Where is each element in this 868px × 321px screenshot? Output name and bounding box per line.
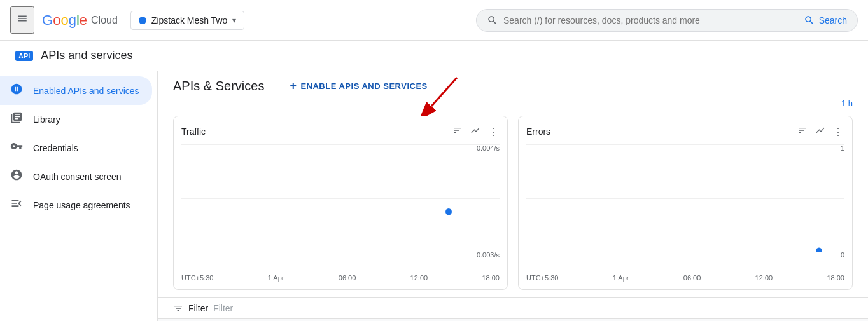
errors-y-bottom: 0 — [841, 251, 844, 259]
sub-header: API APIs and services — [0, 41, 868, 71]
search-btn-icon — [804, 15, 815, 26]
errors-x-label-2: 06:00 — [683, 274, 701, 282]
traffic-y-bottom: 0.003/s — [477, 251, 500, 259]
traffic-more-button[interactable]: ⋮ — [487, 125, 500, 139]
traffic-chart-svg — [181, 144, 500, 252]
sidebar-label-credentials: Credentials — [33, 143, 78, 153]
top-nav: Google Cloud Zipstack Mesh Two ▾ Search — [0, 0, 868, 41]
charts-row: Traffic ⋮ 0.004/s — [158, 108, 868, 297]
page-title-row: APIs & Services + ENABLE APIS AND SERVIC… — [158, 71, 868, 93]
sidebar: Enabled APIs and services Library Creden… — [0, 71, 158, 321]
traffic-y-top: 0.004/s — [477, 144, 500, 152]
project-selector[interactable]: Zipstack Mesh Two ▾ — [130, 11, 245, 30]
errors-x-label-4: 18:00 — [827, 274, 844, 282]
traffic-x-label-2: 06:00 — [339, 274, 356, 282]
enable-apis-label: ENABLE APIS AND SERVICES — [300, 81, 427, 91]
traffic-legend-button[interactable] — [451, 124, 464, 139]
errors-y-top: 1 — [841, 144, 844, 152]
page-usage-icon — [10, 197, 23, 213]
svg-point-5 — [445, 208, 452, 215]
cloud-label: Cloud — [91, 15, 118, 26]
traffic-graph-button[interactable] — [469, 124, 482, 139]
api-badge: API — [15, 51, 33, 61]
enabled-apis-icon — [10, 83, 23, 99]
main-layout: Enabled APIs and services Library Creden… — [0, 71, 868, 321]
errors-chart-header: Errors ⋮ — [526, 124, 844, 139]
sidebar-label-library: Library — [33, 114, 60, 125]
library-icon — [10, 111, 23, 127]
errors-chart-title: Errors — [526, 126, 550, 137]
errors-more-button[interactable]: ⋮ — [832, 125, 844, 139]
errors-x-label-0: UTC+5:30 — [526, 274, 558, 282]
page-title: APIs & Services — [173, 79, 264, 93]
filter-row: Filter Filter — [158, 297, 868, 318]
table-header: Name Requests Errors (%) Latency median … — [158, 318, 868, 321]
sidebar-item-oauth[interactable]: OAuth consent screen — [0, 162, 157, 191]
traffic-chart-header: Traffic ⋮ — [181, 124, 500, 139]
search-input[interactable] — [503, 15, 799, 25]
plus-icon: + — [290, 79, 297, 93]
traffic-chart-actions: ⋮ — [451, 124, 500, 139]
sidebar-title: APIs and services — [41, 49, 132, 62]
sidebar-label-enabled: Enabled APIs and services — [33, 86, 139, 96]
time-selector-row: 1 h — [158, 93, 868, 108]
credentials-icon — [10, 140, 23, 156]
sidebar-item-library[interactable]: Library — [0, 105, 157, 133]
page-header-area: APIs & Services + ENABLE APIS AND SERVIC… — [158, 71, 868, 93]
content-wrapper: APIs & Services + ENABLE APIS AND SERVIC… — [158, 71, 868, 321]
sidebar-label-oauth: OAuth consent screen — [33, 172, 122, 182]
search-bar[interactable]: Search — [476, 9, 858, 32]
chevron-down-icon: ▾ — [232, 16, 236, 25]
search-icon — [487, 15, 498, 26]
filter-icon — [173, 303, 183, 313]
filter-placeholder: Filter — [213, 303, 233, 313]
errors-chart-card: Errors ⋮ 1 — [518, 116, 853, 290]
sidebar-item-enabled-apis[interactable]: Enabled APIs and services — [0, 76, 152, 105]
enable-apis-button[interactable]: + ENABLE APIS AND SERVICES — [290, 79, 427, 93]
sidebar-label-page-usage: Page usage agreements — [33, 200, 130, 210]
traffic-chart-title: Traffic — [181, 126, 206, 137]
filter-label: Filter — [188, 303, 208, 313]
traffic-x-label-3: 12:00 — [410, 274, 428, 282]
errors-legend-button[interactable] — [796, 124, 809, 139]
errors-chart-svg — [526, 144, 844, 252]
errors-x-label-1: 1 Apr — [613, 274, 629, 282]
traffic-chart-body: 0.004/s 0.003/s — [181, 144, 500, 271]
errors-graph-button[interactable] — [814, 124, 827, 139]
svg-point-9 — [816, 248, 822, 252]
oauth-icon — [10, 168, 23, 184]
errors-chart-actions: ⋮ — [796, 124, 844, 139]
project-dot-icon — [139, 17, 146, 24]
hamburger-menu[interactable] — [10, 6, 34, 34]
traffic-chart-card: Traffic ⋮ 0.004/s — [173, 116, 508, 290]
sidebar-item-page-usage[interactable]: Page usage agreements — [0, 191, 157, 219]
time-selector-button[interactable]: 1 h — [841, 99, 853, 108]
traffic-x-axis: UTC+5:30 1 Apr 06:00 12:00 18:00 — [181, 274, 500, 282]
sidebar-item-credentials[interactable]: Credentials — [0, 133, 157, 162]
errors-chart-body: 1 0 — [526, 144, 844, 271]
errors-x-label-3: 12:00 — [755, 274, 773, 282]
google-cloud-logo[interactable]: Google Cloud — [42, 12, 118, 29]
search-button[interactable]: Search — [804, 15, 847, 26]
search-button-label: Search — [819, 15, 847, 25]
traffic-x-label-0: UTC+5:30 — [181, 274, 213, 282]
traffic-x-label-4: 18:00 — [482, 274, 500, 282]
errors-x-axis: UTC+5:30 1 Apr 06:00 12:00 18:00 — [526, 274, 844, 282]
traffic-x-label-1: 1 Apr — [268, 274, 284, 282]
project-name: Zipstack Mesh Two — [151, 15, 228, 25]
